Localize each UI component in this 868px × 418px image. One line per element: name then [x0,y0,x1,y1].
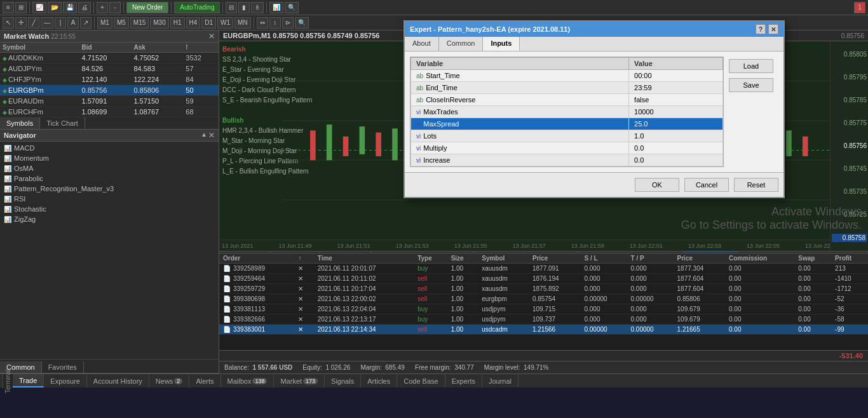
symbol-tab[interactable]: AUDUSDc,M1 [474,252,526,253]
cursor-btn[interactable]: ↖ [3,17,14,29]
var-row[interactable]: viMaxSpread 25.0 [411,118,723,130]
order-close[interactable]: ✕ [294,284,313,294]
zoom-out-btn[interactable]: - [109,2,121,13]
crosshair-btn[interactable]: ✛ [15,17,27,29]
bottom-tab-exposure[interactable]: Exposure [44,374,86,388]
nav-item[interactable]: 📊Pattern_Recognition_Master_v3 [1,184,217,194]
symbol-tab[interactable]: NZDUSDc,M1 [423,252,473,253]
orders-col-header[interactable]: Commission [725,253,794,264]
market-watch-row[interactable]: ◆EURCHFm 1.08699 1.08767 68 [0,107,219,118]
var-value[interactable]: 0.0 [629,154,723,166]
symbol-tab[interactable]: USDCHFc,M1 [320,252,371,253]
chart-type2-btn[interactable]: ▮ [238,2,250,13]
var-row[interactable]: abEnd_Time 23:59 [411,82,723,94]
symbol-tabs-prev[interactable]: ◀ [836,252,852,253]
tf-m5[interactable]: M5 [114,17,129,29]
tf-m30[interactable]: M30 [150,17,168,29]
order-row[interactable]: 📄339383001 ✕ 2021.06.13 22:14:34 sell 1.… [219,325,868,335]
text-btn[interactable]: A [67,17,79,29]
new-chart-btn[interactable]: 📈 [32,2,46,13]
bottom-tab-code-base[interactable]: Code Base [397,374,445,388]
cancel-btn[interactable]: Cancel [684,178,729,192]
order-row[interactable]: 📄339259729 ✕ 2021.06.11 20:17:04 sell 1.… [219,284,868,294]
bottom-tab-news[interactable]: News2 [149,374,190,388]
search-btn[interactable]: 🔍 [285,2,299,13]
var-row[interactable]: abStart_Time 00:00 [411,70,723,82]
symbol-tab[interactable]: USDJPYc,M1 [271,252,320,253]
tab-tick-chart[interactable]: Tick Chart [40,118,85,129]
market-watch-row[interactable]: ◆AUDJPYm 84.526 84.583 57 [0,64,219,74]
chart-type-btn[interactable]: ⊟ [226,2,237,13]
nav-item[interactable]: 📊OsMA [1,163,217,173]
load-btn[interactable]: Load [729,59,773,73]
dialog-help-btn[interactable]: ? [756,24,766,34]
bottom-tab-mailbox[interactable]: Mailbox138 [221,374,275,388]
var-row[interactable]: abCloseInReverse false [411,94,723,106]
orders-col-header[interactable]: T / P [627,253,674,264]
var-row[interactable]: viIncrease 0.0 [411,154,723,166]
bottom-tab-experts[interactable]: Experts [445,374,482,388]
nav-item[interactable]: 📊Parabolic [1,173,217,184]
nav-item[interactable]: 📊RSI [1,194,217,204]
tab-common-dialog[interactable]: Common [439,37,484,51]
print-btn[interactable]: 🖨 [78,2,91,13]
order-close[interactable]: ✕ [294,304,313,314]
symbol-tab[interactable]: USDJPYm,M1 [632,252,684,253]
bottom-tab-signals[interactable]: Signals [325,374,361,388]
scroll-btn[interactable]: ↕ [269,17,281,29]
new-order-btn[interactable]: New Order [126,2,168,13]
view-btn[interactable]: ⊞ [15,2,27,13]
notification-btn[interactable]: 1 [854,2,865,13]
var-value[interactable]: 25.0 [629,118,723,130]
bottom-tab-market[interactable]: Market173 [274,374,325,388]
var-value[interactable]: 00:00 [629,70,723,82]
zoom-in-btn[interactable]: + [97,2,108,13]
tab-symbols[interactable]: Symbols [0,118,40,129]
order-close[interactable]: ✕ [294,294,313,304]
open-btn[interactable]: 📂 [48,2,62,13]
reset-btn[interactable]: Reset [734,178,778,192]
var-row[interactable]: viMultiply 0.0 [411,142,723,154]
orders-col-header[interactable]: Price [529,253,580,264]
market-watch-row[interactable]: ◆AUDDKKm 4.71520 4.75052 3532 [0,53,219,64]
nav-item[interactable]: 📊Stochastic [1,204,217,214]
order-row[interactable]: 📄339258989 ✕ 2021.06.11 20:01:07 buy 1.0… [219,264,868,274]
orders-col-header[interactable]: Order [219,253,294,264]
symbol-tab[interactable]: EURUSDm,M1 [526,252,579,253]
orders-scroll[interactable]: Order↑TimeTypeSizeSymbolPriceS / LT / PP… [219,253,868,350]
symbol-tab[interactable]: USDCADc,M1 [371,252,423,253]
file-btn[interactable]: ≡ [3,2,14,13]
orders-col-header[interactable]: Profit [831,253,868,264]
nav-item[interactable]: 📊MACD [1,143,217,153]
var-row[interactable]: viLots 1.0 [411,130,723,142]
symbol-tab[interactable]: EURUSDc,M1 [219,252,271,253]
tab-inputs[interactable]: Inputs [483,37,520,51]
tf-h4[interactable]: H4 [186,17,201,29]
order-close[interactable]: ✕ [294,274,313,284]
tf-m15[interactable]: M15 [130,17,149,29]
tab-favorites[interactable]: Favorites [42,361,84,373]
bottom-tab-alerts[interactable]: Alerts [189,374,220,388]
order-row[interactable]: 📄339382666 ✕ 2021.06.13 22:13:17 buy 1.0… [219,314,868,325]
market-watch-close[interactable]: ✕ [208,32,215,41]
orders-col-header[interactable]: Type [414,253,447,264]
nav-item[interactable]: 📊Momentum [1,153,217,163]
dialog-table-area[interactable]: Variable Value abStart_Time 00:00 abEnd_… [410,57,724,167]
order-row[interactable]: 📄339381113 ✕ 2021.06.13 22:04:04 buy 1.0… [219,304,868,314]
save-btn[interactable]: Save [729,78,773,92]
var-row[interactable]: viMaxTrades 10000 [411,106,723,118]
orders-col-header[interactable]: Symbol [478,253,529,264]
tf-d1[interactable]: D1 [201,17,216,29]
order-row[interactable]: 📄399380698 ✕ 2021.06.13 22:00:02 sell 1.… [219,294,868,304]
tf-h1[interactable]: H1 [170,17,185,29]
zoom-btn[interactable]: 🔍 [295,17,309,29]
var-value[interactable]: 1.0 [629,130,723,142]
tf-m1[interactable]: M1 [97,17,112,29]
chart-scroll-btn[interactable]: ⊳ [282,17,294,29]
scale-btn[interactable]: ⇔ [257,17,268,29]
order-close[interactable]: ✕ [294,314,313,325]
bottom-tab-journal[interactable]: Journal [482,374,519,388]
dialog-close-btn[interactable]: ✕ [768,24,778,34]
vline-btn[interactable]: | [55,17,66,29]
chart-type3-btn[interactable]: 🕯 [251,2,264,13]
